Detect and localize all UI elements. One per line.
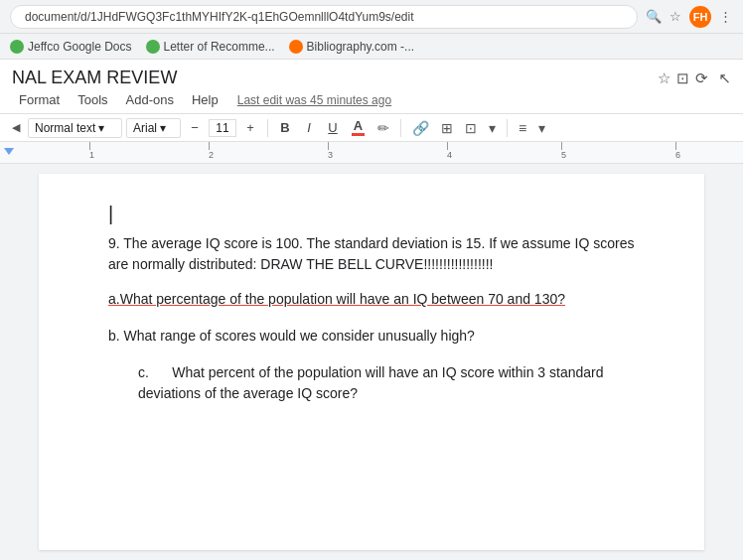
bookmarks-bar: Jeffco Google Docs Letter of Recomme... …	[0, 34, 743, 60]
doc-title-row: NAL EXAM REVIEW ☆ ⊡ ⟳ ↗	[12, 68, 731, 88]
search-icon[interactable]: 🔍	[646, 9, 662, 25]
bookmark-jeffco[interactable]: Jeffco Google Docs	[10, 40, 132, 54]
style-dropdown[interactable]: Normal text ▾	[28, 118, 122, 138]
cloud-icon[interactable]: ⟳	[695, 70, 708, 87]
font-size-input[interactable]: 11	[209, 119, 236, 137]
font-size-plus-button[interactable]: +	[240, 118, 260, 137]
back-arrow-icon[interactable]: ◀	[8, 120, 24, 136]
sub-question-a-text: a.What percentage of the population will…	[108, 291, 565, 307]
question-9-text: 9. The average IQ score is 100. The stan…	[108, 233, 635, 275]
text-cursor: |	[108, 202, 635, 225]
bookmark-bibliography[interactable]: Bibliography.com -...	[289, 40, 415, 54]
color-a-letter: A	[354, 119, 363, 132]
browser-icons: 🔍 ☆ FH ⋮	[646, 6, 733, 28]
doc-header: NAL EXAM REVIEW ☆ ⊡ ⟳ ↗ Format Tools Add…	[0, 60, 743, 114]
menu-bar: Format Tools Add-ons Help Last edit was …	[12, 90, 731, 109]
scroll-indicator-icon: ↗	[718, 70, 731, 87]
ruler-mark-3: 3	[328, 150, 333, 160]
style-chevron-icon: ▾	[98, 121, 104, 135]
sub-question-c-label: c.	[138, 364, 149, 380]
align-icon[interactable]: ≡	[515, 118, 530, 138]
menu-addons[interactable]: Add-ons	[119, 90, 181, 109]
bookmark-icon-jeffco	[10, 40, 24, 54]
bookmark-icon-bibliography	[289, 40, 303, 54]
ruler-tick-2	[209, 142, 210, 150]
squiggle-area: ↗	[718, 68, 731, 88]
separator-1	[267, 119, 268, 137]
docs-app: NAL EXAM REVIEW ☆ ⊡ ⟳ ↗ Format Tools Add…	[0, 60, 743, 560]
ruler-mark-6: 6	[675, 150, 680, 160]
bookmark-label-bibliography: Bibliography.com -...	[307, 40, 415, 54]
last-edit-label[interactable]: Last edit was 45 minutes ago	[237, 93, 391, 107]
sub-question-b: b. What range of scores would we conside…	[108, 326, 635, 347]
ruler-tick-5	[561, 142, 562, 150]
ruler-mark-2: 2	[209, 150, 214, 160]
style-label: Normal text	[35, 121, 95, 135]
font-dropdown[interactable]: Arial ▾	[126, 118, 181, 138]
text-color-indicator: A	[352, 119, 365, 136]
ruler-indent-marker[interactable]	[4, 148, 14, 155]
menu-format[interactable]: Format	[12, 90, 67, 109]
bookmark-star-icon[interactable]: ☆	[668, 9, 683, 25]
separator-2	[400, 119, 401, 137]
font-label: Arial	[133, 121, 157, 135]
doc-title: NAL EXAM REVIEW	[12, 68, 648, 88]
avatar[interactable]: FH	[689, 6, 711, 28]
color-a-button[interactable]: A	[347, 117, 370, 138]
image-icon[interactable]: ⊡	[461, 118, 481, 138]
toolbar: ◀ Normal text ▾ Arial ▾ − 11 + B I U A ✏…	[0, 114, 743, 142]
comment-icon[interactable]: ⊞	[437, 118, 457, 138]
bookmark-label-jeffco: Jeffco Google Docs	[28, 40, 132, 54]
color-a-bar	[352, 133, 365, 136]
ruler-tick-1	[89, 142, 90, 150]
highlight-icon[interactable]: ✏	[373, 118, 393, 138]
sub-question-c: c. What percent of the population will h…	[108, 362, 635, 404]
star-icon[interactable]: ☆	[658, 70, 670, 87]
folder-icon[interactable]: ⊡	[676, 70, 689, 87]
menu-help[interactable]: Help	[185, 90, 225, 109]
sub-question-a: a.What percentage of the population will…	[108, 289, 635, 310]
doc-area[interactable]: | 9. The average IQ score is 100. The st…	[0, 164, 743, 560]
ruler-tick-6	[675, 142, 676, 150]
bookmark-letter[interactable]: Letter of Recomme...	[146, 40, 275, 54]
ruler: 1 2 3 4 5 6	[0, 142, 743, 164]
underline-button[interactable]: U	[323, 118, 343, 137]
ruler-mark-1: 1	[89, 150, 94, 160]
italic-button[interactable]: I	[299, 118, 319, 137]
ruler-mark-4: 4	[447, 150, 452, 160]
separator-3	[507, 119, 508, 137]
indent-icon[interactable]: ▾	[485, 118, 500, 138]
font-chevron-icon: ▾	[160, 121, 166, 135]
browser-bar: document/d/1JHdFWGQ3Fc1thMYHIfY2K-q1EhGO…	[0, 0, 743, 34]
bookmark-icon-letter	[146, 40, 160, 54]
doc-title-icons: ☆ ⊡ ⟳	[658, 70, 708, 87]
bookmark-label-letter: Letter of Recomme...	[164, 40, 275, 54]
menu-tools[interactable]: Tools	[71, 90, 114, 109]
ruler-tick-3	[328, 142, 329, 150]
sub-question-c-text: What percent of the population will have…	[138, 364, 603, 401]
bold-button[interactable]: B	[275, 118, 295, 137]
doc-page[interactable]: | 9. The average IQ score is 100. The st…	[39, 174, 704, 550]
url-bar[interactable]: document/d/1JHdFWGQ3Fc1thMYHIfY2K-q1EhGO…	[10, 5, 638, 29]
ruler-tick-4	[447, 142, 448, 150]
align-chevron-icon[interactable]: ▾	[534, 118, 549, 138]
link-icon[interactable]: 🔗	[408, 118, 433, 138]
ruler-mark-5: 5	[561, 150, 566, 160]
font-size-minus-button[interactable]: −	[185, 118, 205, 137]
menu-dots-icon[interactable]: ⋮	[717, 9, 733, 25]
